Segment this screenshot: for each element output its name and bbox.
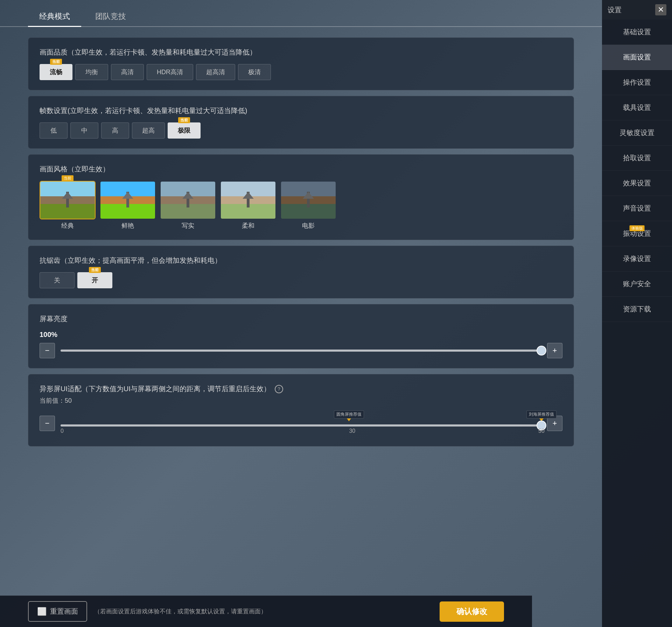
- fps-extreme[interactable]: 当前 极限: [168, 122, 201, 139]
- irregular-track[interactable]: [61, 424, 541, 427]
- quality-hdr[interactable]: HDR高清: [147, 64, 193, 80]
- sidebar-item-account[interactable]: 账户安全: [602, 272, 672, 297]
- style-soft[interactable]: 柔和: [220, 181, 276, 230]
- irregular-minus[interactable]: −: [40, 416, 55, 431]
- quality-title: 画面品质（立即生效，若运行卡顿、发热量和耗电量过大可适当降低）: [40, 48, 562, 57]
- brightness-thumb[interactable]: [537, 346, 546, 355]
- quality-hd[interactable]: 高清: [111, 64, 144, 80]
- tick-0: 0: [61, 428, 64, 434]
- brightness-fill: [61, 350, 541, 352]
- irregular-panel: 异形屏UI适配（下方数值为UI与屏幕两侧之间的距离，调节后重启后生效） ? 当前…: [28, 374, 574, 446]
- sidebar-item-effects[interactable]: 效果设置: [602, 171, 672, 196]
- brightness-slider-row: − +: [40, 343, 562, 358]
- sidebar-item-vehicle[interactable]: 载具设置: [602, 95, 672, 120]
- sidebar-item-resources[interactable]: 资源下载: [602, 297, 672, 322]
- style-thumb-realistic: [160, 181, 216, 219]
- sidebar-item-vibration[interactable]: 体验版 振动设置: [602, 221, 672, 246]
- fps-medium[interactable]: 中: [70, 122, 98, 139]
- help-icon[interactable]: ?: [275, 385, 283, 393]
- antialias-on[interactable]: 当前 开: [77, 272, 112, 288]
- tab-classic[interactable]: 经典模式: [28, 7, 81, 27]
- style-thumb-cinema: [280, 181, 336, 219]
- style-cinema[interactable]: 电影: [280, 181, 336, 230]
- brightness-minus[interactable]: −: [40, 343, 55, 358]
- sidebar-item-sound[interactable]: 声音设置: [602, 196, 672, 221]
- sidebar-title: 设置: [608, 5, 622, 15]
- style-current-badge: 当前: [62, 175, 74, 181]
- tab-team[interactable]: 团队竞技: [84, 7, 137, 27]
- tick-30: 30: [349, 428, 355, 434]
- brightness-panel: 屏幕亮度 100% − +: [28, 304, 574, 368]
- reset-icon: ⬜: [37, 607, 47, 616]
- markers-container: 圆角屏推荐值 刘海屏推荐值: [61, 410, 541, 423]
- fps-current-badge: 当前: [178, 117, 190, 123]
- marker-round-arrow: [347, 418, 351, 421]
- confirm-button[interactable]: 确认修改: [440, 601, 504, 622]
- settings-content: 画面品质（立即生效，若运行卡顿、发热量和耗电量过大可适当降低） 当前 流畅 均衡…: [0, 27, 602, 627]
- sidebar: 设置 ✕ 基础设置 画面设置 操作设置 载具设置 灵敏度设置 拾取设置 效果设置…: [602, 0, 672, 627]
- tab-bar: 经典模式 团队竞技: [0, 0, 602, 27]
- irregular-title: 异形屏UI适配（下方数值为UI与屏幕两侧之间的距离，调节后重启后生效） ?: [40, 384, 562, 394]
- quality-balanced[interactable]: 均衡: [75, 64, 108, 80]
- fps-options: 低 中 高 超高 当前 极限: [40, 122, 562, 139]
- quality-options: 当前 流畅 均衡 高清 HDR高清 超高清 极清: [40, 64, 562, 80]
- fps-title: 帧数设置(立即生效，若运行卡顿、发热量和耗电量过大可适当降低): [40, 106, 562, 115]
- fps-panel: 帧数设置(立即生效，若运行卡顿、发热量和耗电量过大可适当降低) 低 中 高 超高…: [28, 96, 574, 149]
- style-panel: 画面风格（立即生效） 当前 经典: [28, 154, 574, 240]
- irregular-current-value: 当前值：50: [40, 396, 562, 405]
- irregular-slider-row: − 圆角屏推荐值 刘海屏推荐值: [40, 410, 562, 436]
- sidebar-item-pickup[interactable]: 拾取设置: [602, 146, 672, 171]
- reset-button[interactable]: ⬜ 重置画面: [28, 601, 87, 622]
- quality-ultra[interactable]: 超高清: [196, 64, 235, 80]
- style-thumb-classic: [40, 181, 96, 219]
- style-classic[interactable]: 当前 经典: [40, 181, 96, 230]
- sidebar-header: 设置 ✕: [602, 0, 672, 20]
- marker-round-screen: 圆角屏推荐值: [334, 410, 364, 422]
- quality-current-badge: 当前: [50, 59, 62, 65]
- antialias-options: 关 当前 开: [40, 272, 562, 288]
- antialias-off[interactable]: 关: [40, 272, 75, 288]
- style-thumb-soft: [220, 181, 276, 219]
- tick-50: 50: [538, 428, 545, 434]
- antialias-panel: 抗锯齿（立即生效；提高画面平滑，但会增加发热和耗电） 关 当前 开: [28, 246, 574, 298]
- sidebar-item-display[interactable]: 画面设置: [602, 45, 672, 70]
- antialias-title: 抗锯齿（立即生效；提高画面平滑，但会增加发热和耗电）: [40, 256, 562, 265]
- irregular-slider-container: 圆角屏推荐值 刘海屏推荐值: [61, 410, 541, 436]
- bottom-bar: ⬜ 重置画面 （若画面设置后游戏体验不佳，或需恢复默认设置，请重置画面） 确认修…: [0, 596, 532, 627]
- beta-badge: 体验版: [630, 225, 645, 231]
- style-thumb-vivid: [100, 181, 156, 219]
- brightness-plus[interactable]: +: [547, 343, 562, 358]
- antialias-current-badge: 当前: [89, 267, 101, 273]
- style-title: 画面风格（立即生效）: [40, 164, 562, 174]
- fps-high[interactable]: 高: [101, 122, 129, 139]
- quality-smooth[interactable]: 当前 流畅: [40, 64, 72, 80]
- fps-ultra-high[interactable]: 超高: [132, 122, 165, 139]
- quality-extreme[interactable]: 极清: [238, 64, 271, 80]
- style-vivid[interactable]: 鲜艳: [100, 181, 156, 230]
- brightness-track[interactable]: [61, 350, 541, 352]
- style-options: 当前 经典 鲜艳: [40, 181, 562, 230]
- fps-low[interactable]: 低: [40, 122, 68, 139]
- quality-panel: 画面品质（立即生效，若运行卡顿、发热量和耗电量过大可适当降低） 当前 流畅 均衡…: [28, 37, 574, 90]
- marker-round-label: 圆角屏推荐值: [334, 410, 364, 418]
- sidebar-item-sensitivity[interactable]: 灵敏度设置: [602, 120, 672, 146]
- sidebar-item-recording[interactable]: 录像设置: [602, 246, 672, 272]
- sidebar-item-operation[interactable]: 操作设置: [602, 70, 672, 95]
- brightness-title: 屏幕亮度: [40, 314, 562, 324]
- sidebar-item-basic[interactable]: 基础设置: [602, 20, 672, 45]
- brightness-slider-section: 100% − +: [40, 331, 562, 358]
- main-panel: 经典模式 团队竞技 画面品质（立即生效，若运行卡顿、发热量和耗电量过大可适当降低…: [0, 0, 602, 627]
- close-button[interactable]: ✕: [655, 4, 666, 15]
- reset-hint: （若画面设置后游戏体验不佳，或需恢复默认设置，请重置画面）: [94, 607, 433, 615]
- tick-labels: 0 30 50: [61, 428, 541, 436]
- irregular-fill: [61, 424, 541, 427]
- brightness-value: 100%: [40, 331, 562, 339]
- marker-notch-label: 刘海屏推荐值: [526, 410, 556, 418]
- style-realistic[interactable]: 写实: [160, 181, 216, 230]
- reset-label: 重置画面: [50, 607, 78, 616]
